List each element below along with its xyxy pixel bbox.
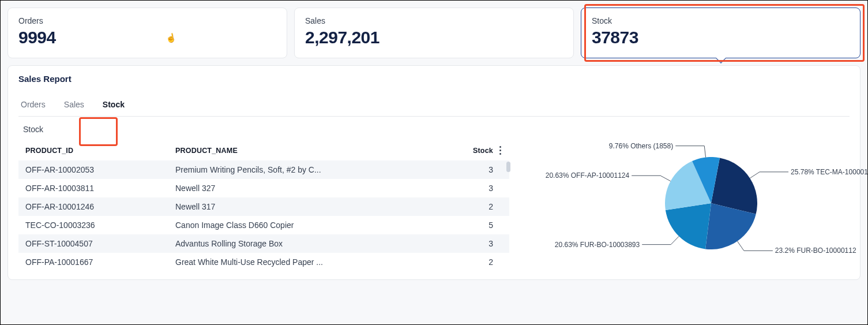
summary-label-stock: Stock	[592, 16, 850, 25]
cell-product-id: OFF-AR-10001246	[18, 197, 168, 216]
table-row[interactable]: OFF-AR-10001246Newell 3172	[18, 197, 509, 216]
summary-value-stock: 37873	[592, 28, 850, 47]
summary-card-orders[interactable]: Orders 9994	[7, 8, 287, 58]
summary-row: Orders 9994 Sales 2,297,201 Stock 37873	[1, 1, 867, 65]
report-title: Sales Report	[18, 74, 850, 84]
pie-label: 25.78% TEC-MA-10000112	[791, 168, 868, 176]
table-row[interactable]: OFF-AR-10002053Premium Writing Pencils, …	[18, 160, 509, 179]
summary-card-sales[interactable]: Sales 2,297,201	[294, 8, 574, 58]
summary-card-stock[interactable]: Stock 37873	[581, 8, 861, 58]
tabs-bar: Orders Sales Stock	[18, 94, 850, 117]
pie-label: 23.2% FUR-BO-10000112	[775, 246, 856, 255]
cell-product-id: OFF-PA-10001667	[18, 253, 168, 271]
cell-product-name: Canon Image Class D660 Copier	[168, 216, 463, 234]
pie-label: 20.63% FUR-BO-10003893	[555, 241, 640, 249]
table-scrollbar[interactable]	[506, 162, 510, 172]
table-row[interactable]: OFF-ST-10004507Advantus Rolling Storage …	[18, 234, 509, 253]
stock-table-wrap: PRODUCT_ID PRODUCT_NAME Stock OFF-AR-100…	[18, 141, 509, 274]
tab-orders[interactable]: Orders	[18, 94, 48, 116]
tab-sales[interactable]: Sales	[62, 94, 87, 116]
pie-label: 20.63% OFF-AP-10001124	[546, 171, 629, 180]
table-row[interactable]: OFF-PA-10001667Great White Multi-Use Rec…	[18, 253, 509, 271]
tab-stock[interactable]: Stock	[100, 94, 127, 116]
cell-product-name: Premium Writing Pencils, Soft, #2 by C..…	[168, 160, 463, 179]
summary-value-orders: 9994	[18, 28, 276, 47]
section-label-stock: Stock	[23, 125, 850, 134]
col-header-id[interactable]: PRODUCT_ID	[18, 141, 168, 160]
sales-report-panel: Sales Report Orders Sales Stock Stock PR…	[7, 65, 861, 280]
table-row[interactable]: TEC-CO-10003236Canon Image Class D660 Co…	[18, 216, 509, 234]
cell-stock: 5	[463, 216, 509, 234]
col-header-name[interactable]: PRODUCT_NAME	[168, 141, 463, 160]
summary-label-orders: Orders	[18, 16, 276, 25]
table-row[interactable]: OFF-AR-10003811Newell 3273	[18, 179, 509, 197]
cell-product-name: Newell 317	[168, 197, 463, 216]
cell-stock: 3	[463, 179, 509, 197]
stock-pie-chart: 25.78% TEC-MA-1000011223.2% FUR-BO-10000…	[527, 141, 850, 274]
stock-table: PRODUCT_ID PRODUCT_NAME Stock OFF-AR-100…	[18, 141, 509, 271]
table-menu-button[interactable]	[494, 143, 506, 157]
content-row: PRODUCT_ID PRODUCT_NAME Stock OFF-AR-100…	[18, 141, 850, 274]
cell-product-name: Newell 327	[168, 179, 463, 197]
cell-product-id: OFF-AR-10003811	[18, 179, 168, 197]
cell-stock: 2	[463, 253, 509, 271]
summary-label-sales: Sales	[305, 16, 563, 25]
pie-label: 9.76% Others (1858)	[609, 142, 673, 150]
cell-stock: 3	[463, 234, 509, 253]
cell-product-id: OFF-AR-10002053	[18, 160, 168, 179]
cell-product-id: TEC-CO-10003236	[18, 216, 168, 234]
cell-product-name: Great White Multi-Use Recycled Paper ...	[168, 253, 463, 271]
summary-value-sales: 2,297,201	[305, 28, 563, 47]
cell-stock: 2	[463, 197, 509, 216]
cell-stock: 3	[463, 160, 509, 179]
cell-product-id: OFF-ST-10004507	[18, 234, 168, 253]
cell-product-name: Advantus Rolling Storage Box	[168, 234, 463, 253]
